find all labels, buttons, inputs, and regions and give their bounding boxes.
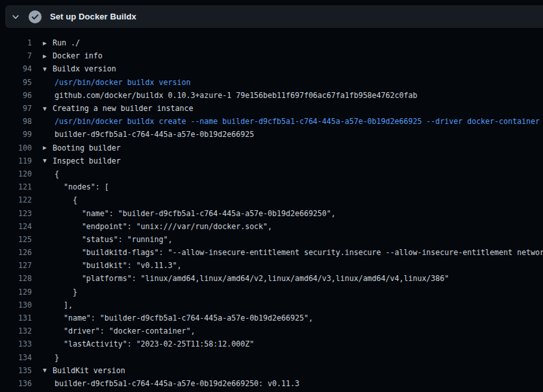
line-number[interactable]: 100 [0,143,32,153]
log-row: 127 "buildkit": "v0.11.3", [0,259,543,272]
step-title: Set up Docker Buildx [50,12,136,21]
log-group-row[interactable]: 119▼Inspect builder [0,154,543,167]
log-row: 126 "buildkitd-flags": "--allow-insecure… [0,246,543,259]
line-number[interactable]: 132 [0,326,32,336]
line-number[interactable]: 121 [0,182,32,191]
line-number[interactable]: 124 [0,222,32,231]
group-title: Run ./ [53,38,80,47]
log-text: "buildkitd-flags": "--allow-insecure-ent… [55,248,543,257]
line-number[interactable]: 119 [0,156,32,165]
group-chevron-expanded-icon[interactable]: ▼ [43,367,53,373]
line-number[interactable]: 96 [0,91,32,100]
log-text: "status": "running", [55,235,172,244]
log-text: "driver": "docker-container", [55,326,195,336]
line-number[interactable]: 1 [0,38,32,47]
log-row: 122 { [0,193,543,206]
group-chevron-expanded-icon[interactable]: ▼ [43,106,53,112]
group-chevron-expanded-icon[interactable]: ▼ [43,66,53,72]
log-text: builder-d9cfb5a1-c764-445a-a57e-0b19d2e6… [55,130,254,139]
step-header[interactable]: Set up Docker Buildx [5,5,543,28]
line-number[interactable]: 123 [0,209,32,218]
log-text: builder-d9cfb5a1-c764-445a-a57e-0b19d2e6… [55,379,299,388]
line-number[interactable]: 7 [0,51,32,60]
log-row: 133 "lastActivity": "2023-02-25T11:58:12… [0,337,543,350]
log-command-text: /usr/bin/docker buildx create --name bui… [55,117,540,126]
line-number[interactable]: 127 [0,261,32,270]
log-text: } [55,353,59,362]
log-group-row[interactable]: 7▶Docker info [0,49,543,62]
group-title: BuildKit version [53,366,125,375]
log-row: 120{ [0,167,543,180]
line-number[interactable]: 95 [0,78,32,87]
line-number[interactable]: 120 [0,169,32,178]
log-group-row[interactable]: 135▼BuildKit version [0,364,543,377]
line-number[interactable]: 133 [0,339,32,349]
chevron-down-icon[interactable] [12,13,19,21]
log-text: "name": "builder-d9cfb5a1-c764-445a-a57e… [55,209,336,218]
log-row: 124 "endpoint": "unix:///var/run/docker.… [0,220,543,233]
log-text: "endpoint": "unix:///var/run/docker.sock… [55,222,272,231]
line-number[interactable]: 134 [0,353,32,362]
log-row: 96github.com/docker/buildx 0.10.3+azure-… [0,89,543,102]
line-number[interactable]: 125 [0,235,32,244]
log-output: 1▶Run ./7▶Docker info94▼Buildx version95… [0,36,543,392]
log-group-row[interactable]: 97▼Creating a new builder instance [0,102,543,115]
log-row: 136builder-d9cfb5a1-c764-445a-a57e-0b19d… [0,377,543,390]
log-row: 132 "driver": "docker-container", [0,325,543,337]
group-title: Inspect builder [53,156,121,165]
line-number[interactable]: 122 [0,195,32,204]
log-text: } [55,288,77,297]
log-command-text: /usr/bin/docker buildx version [55,78,190,87]
line-number[interactable]: 128 [0,274,32,283]
line-number[interactable]: 94 [0,64,32,73]
log-text: "nodes": [ [55,182,109,191]
line-number[interactable]: 98 [0,117,32,126]
log-text: "name": "builder-d9cfb5a1-c764-445a-a57e… [55,313,313,323]
log-text: "buildkit": "v0.11.3", [55,261,181,270]
line-number[interactable]: 129 [0,288,32,297]
log-row: 121 "nodes": [ [0,180,543,193]
line-number[interactable]: 97 [0,104,32,113]
line-number[interactable]: 131 [0,313,32,323]
log-row: 95/usr/bin/docker buildx version [0,76,543,89]
log-row: 134} [0,351,543,364]
log-group-row[interactable]: 1▶Run ./ [0,36,543,49]
group-chevron-collapsed-icon[interactable]: ▶ [43,53,53,59]
log-text: github.com/docker/buildx 0.10.3+azure-1 … [55,91,417,100]
log-text: "platforms": "linux/amd64,linux/amd64/v2… [55,274,449,283]
group-chevron-collapsed-icon[interactable]: ▶ [43,145,53,151]
log-row: 129 } [0,286,543,299]
log-group-row[interactable]: 100▶Booting builder [0,141,543,154]
line-number[interactable]: 99 [0,130,32,139]
log-text: { [55,169,59,178]
log-text: "lastActivity": "2023-02-25T11:58:12.000… [55,339,254,349]
log-row: 99builder-d9cfb5a1-c764-445a-a57e-0b19d2… [0,128,543,141]
line-number[interactable]: 126 [0,248,32,257]
log-row: 98/usr/bin/docker buildx create --name b… [0,115,543,128]
log-row: 131 "name": "builder-d9cfb5a1-c764-445a-… [0,312,543,325]
group-title: Buildx version [53,64,116,73]
log-text: ], [55,300,73,310]
status-check-icon [29,10,42,23]
line-number[interactable]: 136 [0,379,32,388]
line-number[interactable]: 135 [0,366,32,375]
group-chevron-collapsed-icon[interactable]: ▶ [43,40,53,46]
group-title: Creating a new builder instance [53,104,193,113]
group-title: Booting builder [53,143,121,153]
log-row: 128 "platforms": "linux/amd64,linux/amd6… [0,272,543,285]
group-title: Docker info [53,51,103,60]
group-chevron-expanded-icon[interactable]: ▼ [43,158,53,164]
log-row: 130 ], [0,299,543,312]
log-row: 125 "status": "running", [0,233,543,246]
log-row: 123 "name": "builder-d9cfb5a1-c764-445a-… [0,206,543,219]
log-group-row[interactable]: 94▼Buildx version [0,62,543,75]
log-text: { [55,195,77,204]
line-number[interactable]: 130 [0,300,32,310]
